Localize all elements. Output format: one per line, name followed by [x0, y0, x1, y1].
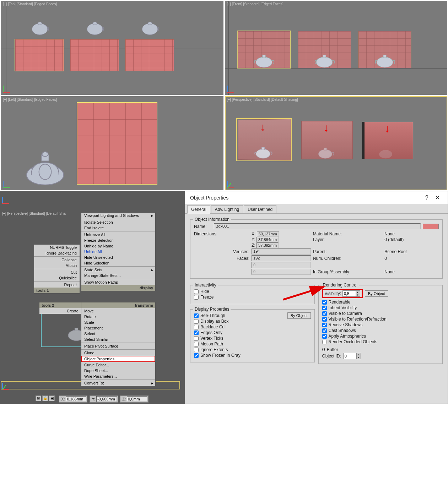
display-opt-checkbox[interactable]: See-Through: [194, 313, 241, 318]
rendering-control-group: Rendering Control Visibility: ▴▾ By Obje…: [318, 285, 443, 364]
axis-gizmo: [3, 82, 14, 93]
viewport-label[interactable]: [+] [Left] [Standard] [Edged Faces]: [3, 98, 57, 102]
render-opt-checkbox[interactable]: Cast Shadows: [322, 328, 439, 333]
object-id-spinner[interactable]: ▴▾: [343, 353, 361, 359]
close-button[interactable]: ✕: [432, 194, 443, 201]
grid-snap-icon[interactable]: ⊞: [36, 395, 41, 401]
tab-general[interactable]: General: [187, 205, 210, 214]
menu-item[interactable]: Ignore Backfacing: [34, 250, 80, 256]
menu-item[interactable]: Scale: [81, 320, 155, 325]
menu-item[interactable]: Wire Parameters...: [81, 373, 155, 379]
menu-item[interactable]: Convert To:: [81, 380, 155, 386]
menu-item[interactable]: Cut: [34, 269, 80, 275]
context-menu-tools2-left[interactable]: tools 2 Create: [39, 302, 82, 314]
spinner-down-icon[interactable]: ▾: [356, 356, 361, 359]
hide-checkbox[interactable]: Hide: [194, 289, 311, 294]
group-title: Interactivity: [193, 283, 218, 288]
menu-item[interactable]: State Sets: [81, 267, 155, 273]
spinner-up-icon[interactable]: ▴: [356, 291, 360, 294]
display-opt-checkbox[interactable]: Edges Only: [194, 330, 241, 335]
tab-user-defined[interactable]: User Defined: [244, 205, 276, 213]
by-object-button[interactable]: By Object: [365, 290, 388, 297]
menu-item-object-properties[interactable]: Object Properties...: [81, 356, 155, 362]
display-opt-checkbox[interactable]: Show Frozen in Gray: [194, 353, 241, 358]
menu-item[interactable]: NURMS Toggle: [34, 245, 80, 250]
menu-item[interactable]: Repeat: [34, 282, 80, 288]
menu-item[interactable]: Quickslice: [34, 275, 80, 281]
coord-y[interactable]: Y:: [90, 395, 118, 403]
context-menu-display[interactable]: Viewport Lighting and Shadows Isolate Se…: [81, 212, 156, 291]
menu-item[interactable]: Viewport Lighting and Shadows: [81, 213, 155, 218]
menu-item[interactable]: Hide Selection: [81, 260, 155, 266]
object-id-input[interactable]: [344, 353, 356, 359]
menu-item[interactable]: Create: [39, 308, 81, 314]
render-opt-checkbox[interactable]: Inherit Visibility: [322, 305, 439, 310]
dialog-tabs: General Adv. Lighting User Defined: [185, 204, 448, 214]
render-opt-checkbox[interactable]: Visible to Reflection/Refraction: [322, 317, 439, 322]
viewport-label[interactable]: [+] [Perspective] [Standard] [Default Sh…: [2, 212, 66, 215]
visibility-spinner[interactable]: ▴▾: [342, 290, 360, 297]
render-opt-checkbox[interactable]: Render Occluded Objects: [322, 339, 439, 344]
by-object-button[interactable]: By Object: [287, 312, 311, 319]
display-opt-checkbox[interactable]: Backface Cull: [194, 324, 241, 329]
visibility-input[interactable]: [343, 291, 356, 296]
menu-item[interactable]: Clone: [81, 350, 155, 356]
spinner-down-icon[interactable]: ▾: [356, 294, 360, 296]
menu-item[interactable]: End Isolate: [81, 225, 155, 231]
render-opt-checkbox[interactable]: Renderable: [322, 300, 439, 305]
viewport-top[interactable]: [+] [Top] [Standard] [Edged Faces]: [1, 1, 223, 95]
viewport-perspective-bottom[interactable]: [+] [Perspective] [Standard] [Default Sh…: [0, 191, 185, 404]
color-swatch[interactable]: [423, 224, 439, 229]
viewport-perspective[interactable]: [+] [Perspective] [Standard] [Default Sh…: [225, 96, 448, 190]
context-menu-tools1-left[interactable]: NURMS Toggle Ignore Backfacing Collapse …: [34, 244, 80, 294]
viewport-label[interactable]: [+] [Top] [Standard] [Edged Faces]: [3, 2, 57, 6]
menu-item[interactable]: Attach: [34, 263, 80, 268]
viewport-label[interactable]: [+] [Front] [Standard] [Edged Faces]: [227, 2, 284, 6]
viewport-front[interactable]: [+] [Front] [Standard] [Edged Faces]: [225, 1, 448, 95]
menu-item[interactable]: Select Similar: [81, 337, 155, 342]
coord-z[interactable]: Z:: [120, 395, 149, 403]
menu-item[interactable]: Unfreeze All: [81, 232, 155, 237]
coord-y-input[interactable]: [96, 396, 117, 402]
coord-x[interactable]: X:: [59, 395, 87, 403]
menu-item[interactable]: Dope Sheet...: [81, 368, 155, 373]
coord-z-input[interactable]: [127, 396, 147, 402]
display-opt-checkbox[interactable]: Ignore Extents: [194, 347, 241, 352]
lock-icon[interactable]: 🔒: [42, 395, 48, 401]
menu-item[interactable]: Collapse: [34, 257, 80, 263]
dim-z: 37,392mm: [257, 242, 279, 248]
menu-item[interactable]: Select: [81, 331, 155, 337]
help-button[interactable]: ?: [422, 194, 431, 201]
menu-item[interactable]: Manage State Sets...: [81, 273, 155, 278]
context-menu-transform[interactable]: transform Move Rotate Scale Placement Se…: [81, 302, 156, 386]
viewport-left[interactable]: [+] [Left] [Standard] [Edged Faces]: [1, 96, 223, 190]
menu-item[interactable]: Show Motion Paths: [81, 279, 155, 285]
freeze-checkbox[interactable]: Freeze: [194, 295, 311, 300]
spinner-up-icon[interactable]: ▴: [356, 353, 361, 356]
render-opt-checkbox[interactable]: Apply Atmospherics: [322, 334, 439, 339]
display-opt-checkbox[interactable]: Vertex Ticks: [194, 336, 241, 341]
render-opt-checkbox[interactable]: Visible to Camera: [322, 311, 439, 316]
menu-item[interactable]: Move: [81, 308, 155, 314]
viewport-label[interactable]: [+] [Perspective] [Standard] [Default Sh…: [227, 98, 298, 102]
menu-item[interactable]: Rotate: [81, 314, 155, 320]
teapot-object: [374, 144, 397, 159]
menu-item[interactable]: Hide Unselected: [81, 255, 155, 260]
menu-item[interactable]: Curve Editor...: [81, 362, 155, 368]
svg-rect-7: [262, 55, 265, 58]
selection-icon[interactable]: ▣: [49, 395, 55, 401]
menu-item[interactable]: Place Pivot Surface: [81, 343, 155, 349]
menu-item[interactable]: Isolate Selection: [81, 219, 155, 225]
menu-item[interactable]: Freeze Selection: [81, 237, 155, 243]
menu-item[interactable]: Placement: [81, 325, 155, 331]
coord-x-input[interactable]: [66, 396, 86, 402]
menu-item[interactable]: Unhide All: [81, 249, 155, 255]
teapot-object: [312, 50, 337, 68]
menu-item[interactable]: Unhide by Name: [81, 243, 155, 249]
object-name-field[interactable]: Box001: [214, 223, 421, 229]
display-opt-checkbox[interactable]: Motion Path: [194, 342, 241, 346]
tab-adv-lighting[interactable]: Adv. Lighting: [211, 205, 243, 213]
display-opt-checkbox[interactable]: Display as Box: [194, 319, 241, 324]
label: Dimensions:: [194, 231, 249, 236]
render-opt-checkbox[interactable]: Receive Shadows: [322, 322, 439, 327]
